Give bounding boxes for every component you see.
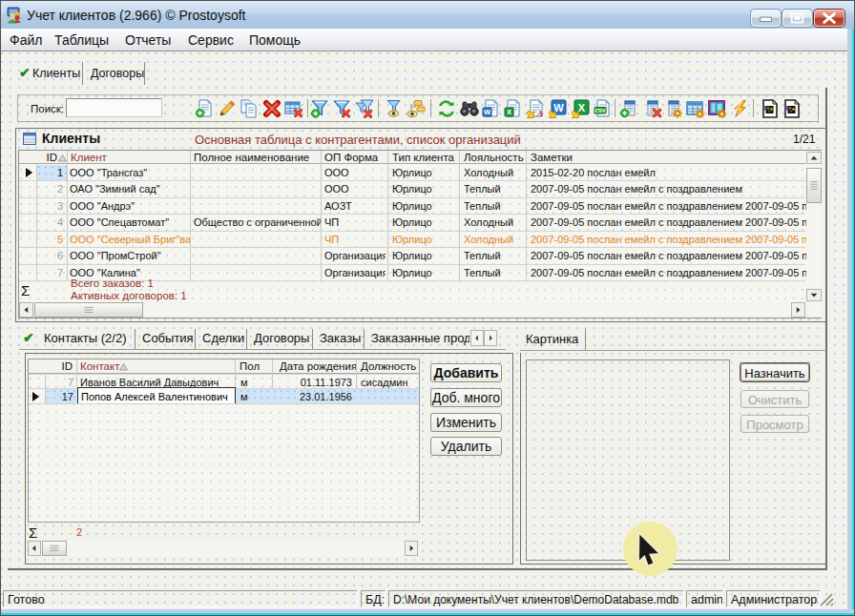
svg-text:W: W bbox=[484, 108, 491, 116]
svg-text:X: X bbox=[507, 108, 511, 116]
svg-text:A: A bbox=[536, 109, 543, 118]
svg-text:X: X bbox=[578, 102, 586, 113]
svg-text:CSV: CSV bbox=[594, 108, 606, 113]
